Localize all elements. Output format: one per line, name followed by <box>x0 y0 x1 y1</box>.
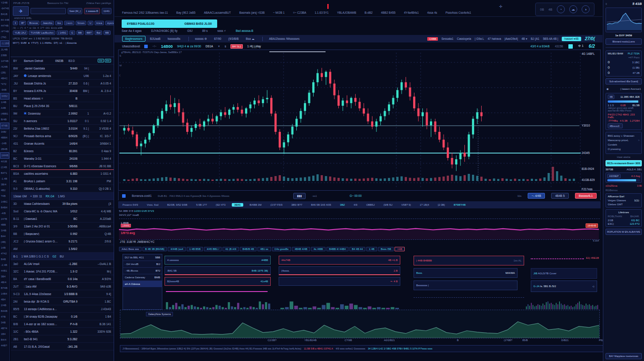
filter-chip[interactable]: | som <box>64 21 74 25</box>
mini-ticker-item[interactable]: 14?4B <box>0 58 9 64</box>
time-axis-cell[interactable]: 3B41 <box>232 203 243 207</box>
table-row[interactable]: 3a0ALGA/ ima4-1.2BE--GvAL1 B <box>11 260 114 268</box>
mini-ticker-item[interactable]: B/4B <box>0 117 9 123</box>
table-row[interactable]: 431Granae Accents14/6/43/9664 1 <box>11 140 114 147</box>
mini-ticker-item[interactable]: 3/4B <box>0 228 9 234</box>
table-row[interactable]: BW-daniel Gaeidaia5/44994 | <box>11 65 114 72</box>
time-axis-cell[interactable]: 1? 1B(4 <box>415 204 433 206</box>
tab-item[interactable]: tssssssBs <box>165 36 183 41</box>
grid-cell[interactable]: Bsssssss | <box>414 280 518 290</box>
mini-chart-panel[interactable] <box>606 8 642 32</box>
group-chip[interactable]: | 145G <box>57 31 68 35</box>
mini-ticker-item[interactable]: (2B) <box>0 70 9 76</box>
grid-cell[interactable]: Bsss.M/A/MA <box>414 268 518 278</box>
tab-control[interactable]: Sessata1 <box>441 37 453 40</box>
table-row[interactable]: JC2( Grycea-Sdas1 ansm Grad9.21712/9.6 <box>11 238 114 245</box>
mini-ticker-item[interactable]: 24?B <box>0 216 9 222</box>
table-row[interactable]: 9C/Pmsaab Iberica arina6/9026(B:) |IC. 3… <box>11 132 114 140</box>
zoom-segment-control[interactable]: ▮▮▮ <box>293 193 306 199</box>
quick-buy-toggle[interactable] <box>568 44 573 49</box>
bottom-tab-cell[interactable]: 4s /4BB <box>311 247 326 251</box>
menu-item[interactable]: Basmals (arsj =S3B <box>239 11 264 14</box>
crosshair-icon[interactable]: ✛ <box>499 4 502 9</box>
grid-cell[interactable]: =- 4 B <box>279 277 400 286</box>
time-axis-cell[interactable]: B/4BB 3M <box>245 204 266 206</box>
mini-ticker-item[interactable]: 4B/4 <box>0 280 9 285</box>
sell-order-button[interactable]: Bsssss4L1 <box>575 193 597 199</box>
menu-item[interactable]: YBLAJOBAMB <box>337 11 356 14</box>
stress-chip[interactable]: 4Brevo3 <box>608 123 623 128</box>
mini-ticker-item[interactable]: 4B4C <box>0 76 9 81</box>
promo-banner[interactable]: 6YBB3 FGALGJJG GBM43 B453 JLG0 <box>122 19 217 28</box>
table-row[interactable]: BSHead aliases =B <box>11 95 114 102</box>
grid-cell[interactable]: /B41 5BB4B 19?5 3B[ <box>165 266 271 275</box>
watchlist-separator[interactable]: B-11 WA 3JB9 1 G.1 C SG2BU <box>11 253 114 260</box>
table-row[interactable]: BYtessara D.KPA Js30408BM |A. 2.9-4 <box>11 87 114 95</box>
mini-ticker-item[interactable]: 4BB <box>0 222 9 228</box>
mini-ticker-item[interactable]: 14BC <box>0 199 9 205</box>
icon-cell[interactable]: /3) <box>13 27 16 29</box>
table-row[interactable]: AB17.G) B.A. 2/0Gasal-341.2B <box>11 343 114 350</box>
mini-ticker-item[interactable]: 34B <box>0 320 9 326</box>
mini-ticker-item[interactable]: 14B <box>0 245 9 251</box>
icon-cell[interactable]: 4 <box>38 27 39 29</box>
bottom-tab-cell[interactable]: 4B4B 4/4B <box>292 247 310 251</box>
menu-item[interactable]: 4BB2 B455 <box>381 11 395 14</box>
group-chip[interactable]: G <box>69 31 75 35</box>
filter-chip[interactable]: ikw <box>55 21 63 25</box>
bottom-tab-cell[interactable]: 41 (B A/9 <box>222 247 239 251</box>
bottom-action-button[interactable]: BAY Mapplave mesterovas <box>606 353 642 359</box>
table-row[interactable]: BB| Bagacaev)0.992Q:4B <box>11 230 114 238</box>
refresh-icon[interactable]: ⟲ <box>592 285 594 288</box>
bottom-tab-cell[interactable]: 4B1 ss <box>257 247 271 251</box>
table-row[interactable]: BCWanaby 3-G1241061.944 4 <box>11 155 114 162</box>
mini-ticker-item[interactable]: -1.1BB <box>0 40 9 47</box>
menu-item[interactable]: 4Y4a4B4s1 <box>404 11 419 14</box>
table-row[interactable]: 3JC- B0s 4B6A1.32233S% 92B <box>11 328 114 335</box>
table-row[interactable]: 2UT: 1acy AM6-3 AVG9A9 dJB <box>11 283 114 290</box>
list-item[interactable]: DIJ Va BBL 4G15BB <box>123 254 162 261</box>
mini-ticker-item[interactable]: (7M) <box>0 35 9 40</box>
menu-item[interactable]: 4ssa 4s <box>427 11 437 14</box>
bottom-tab-cell[interactable]: 4/45 BB1 / <box>204 247 222 251</box>
tab-control[interactable]: hasset ▾4B <box>562 37 581 41</box>
filter-cell[interactable]: s1 <box>59 42 62 44</box>
filter-cell[interactable]: MY!") <box>13 42 19 44</box>
mini-ticker-item[interactable]: B44 <box>0 234 9 239</box>
mini-ticker-item[interactable]: Z/BB <box>0 53 9 58</box>
menu-item[interactable]: =~ C23BA <box>293 11 306 14</box>
mini-ticker-item[interactable]: B4/4 <box>0 337 9 343</box>
alert-chip[interactable]: 1 aaaaa-B <box>84 8 100 14</box>
tab-control[interactable]: 5B5-4A 4B | <box>543 37 558 40</box>
mini-ticker-item[interactable]: 4B?4 <box>0 326 9 331</box>
time-axis-cell[interactable]: B?9B?/4B <box>449 204 470 206</box>
mini-ticker-item[interactable]: 84 44B <box>0 17 9 23</box>
group-chip[interactable]: BBT <box>85 31 94 35</box>
table-row[interactable]: 2AIbesa-dgr .Br KOA SGRUTBA 91.BC <box>11 298 114 305</box>
icon-cell[interactable]: t3G <box>46 27 50 29</box>
layout-icon[interactable]: 0B <box>540 8 544 11</box>
tab-control[interactable]: 47 hairava <box>487 37 501 40</box>
table-row[interactable]: 3/913am 2 Aa 2/O si 013-50/66. ABBcca4 <box>11 223 114 230</box>
help-icon[interactable]: ◑ <box>582 5 590 13</box>
filter-chip[interactable]: tmea <box>95 21 104 25</box>
tab-item[interactable]: 67/90 <box>211 36 224 41</box>
icon-cell[interactable]: w <box>30 27 31 29</box>
mini-ticker-item[interactable]: 44B1 <box>0 268 9 274</box>
grid-cell[interactable]: JIB AGL5/7B Cover <box>531 268 597 279</box>
group-chip[interactable]: BB <box>104 31 111 35</box>
bottom-tab-cell[interactable]: B4BB 4/ 44B4 <box>326 247 349 251</box>
filter-cell[interactable]: YTV7) <box>31 42 38 44</box>
bottom-tab-cell[interactable]: 4/44B (ss4 <box>168 247 186 251</box>
icon-cell[interactable]: * <box>27 27 28 29</box>
bottom-tab-cell[interactable]: B 4B 3B [B9/9B] <box>142 247 167 251</box>
filter-chip[interactable]: Szoes <box>76 21 87 25</box>
candlestick-chart[interactable]: gTBAAL JB2SJ2 -TO3TUN Oap-Jassa, SaBBEs … <box>118 50 601 191</box>
group-chip[interactable]: YLB) 2AJ <box>13 31 27 35</box>
grid-cell[interactable]: (4ssss.2.B <box>279 266 400 275</box>
mini-ticker-item[interactable]: -4/B <box>0 211 9 216</box>
list-item[interactable]: - DA VendBB/J <box>123 261 162 268</box>
watchlist-separator[interactable]: 13eae GM+ 339: 11RX.G41.MG <box>11 192 114 200</box>
icon-cell[interactable]: 1*? <box>40 27 44 29</box>
bottom-tab-cell[interactable]: 1 4B B5B <box>187 247 203 251</box>
